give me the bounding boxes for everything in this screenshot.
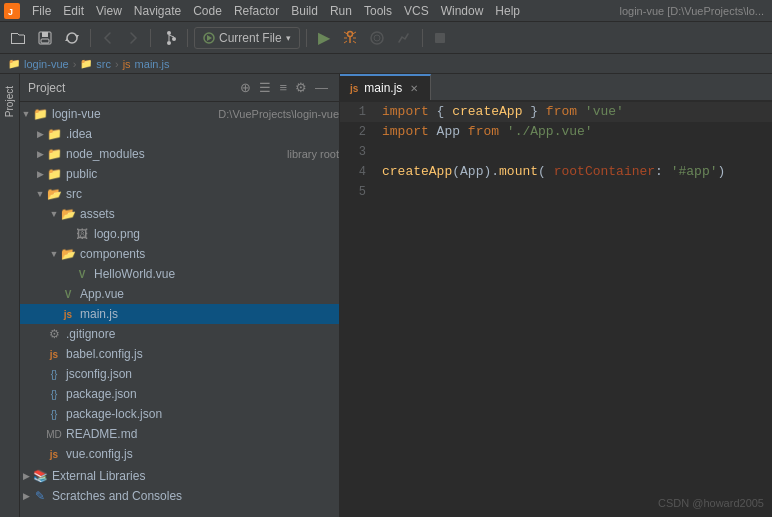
menu-refactor[interactable]: Refactor — [228, 2, 285, 20]
tree-node-modules[interactable]: ▶ 📁 node_modules library root — [20, 144, 339, 164]
components-label: components — [80, 247, 339, 261]
tree-helloworld-vue[interactable]: V HelloWorld.vue — [20, 264, 339, 284]
tree-idea[interactable]: ▶ 📁 .idea — [20, 124, 339, 144]
stop-button[interactable] — [429, 27, 451, 49]
project-strip-label[interactable]: Project — [2, 82, 17, 121]
idea-folder-icon: 📁 — [46, 127, 62, 141]
panel-actions: ⊕ ☰ ≡ ⚙ — — [237, 79, 331, 96]
coverage-button[interactable] — [392, 27, 416, 49]
svg-point-10 — [167, 41, 171, 45]
tree-external-libraries[interactable]: ▶ 📚 External Libraries — [20, 466, 339, 486]
line-num-5: 5 — [340, 182, 378, 202]
tree-scratches[interactable]: ▶ ✎ Scratches and Consoles — [20, 486, 339, 506]
project-icon: 📁 — [8, 58, 20, 69]
menu-bar: J File Edit View Navigate Code Refactor … — [0, 0, 772, 22]
assets-label: assets — [80, 207, 339, 221]
tree-gitignore[interactable]: ⚙ .gitignore — [20, 324, 339, 344]
scratches-label: Scratches and Consoles — [52, 489, 339, 503]
node-modules-label: node_modules — [66, 147, 283, 161]
src-arrow-icon: ▼ — [34, 189, 46, 199]
menu-navigate[interactable]: Navigate — [128, 2, 187, 20]
main-js-label: main.js — [80, 307, 339, 321]
menu-build[interactable]: Build — [285, 2, 324, 20]
tree-root[interactable]: ▼ 📁 login-vue D:\VueProjects\login-vue — [20, 104, 339, 124]
menu-tools[interactable]: Tools — [358, 2, 398, 20]
tree-main-js[interactable]: js main.js — [20, 304, 339, 324]
public-folder-icon: 📁 — [46, 167, 62, 181]
open-file-button[interactable] — [6, 27, 30, 49]
public-label: public — [66, 167, 339, 181]
toolbar: Current File ▾ ▶ — [0, 22, 772, 54]
profile-button[interactable] — [365, 27, 389, 49]
tab-close-button[interactable]: ✕ — [408, 83, 420, 94]
forward-button[interactable] — [122, 27, 144, 49]
tree-readme[interactable]: MD README.md — [20, 424, 339, 444]
menu-window[interactable]: Window — [435, 2, 490, 20]
tree-package-json[interactable]: {} package.json — [20, 384, 339, 404]
node-modules-extra: library root — [287, 148, 339, 160]
tree-src[interactable]: ▼ 📂 src — [20, 184, 339, 204]
toolbar-separator-1 — [90, 29, 91, 47]
menu-code[interactable]: Code — [187, 2, 228, 20]
tree-assets[interactable]: ▼ 📂 assets — [20, 204, 339, 224]
breadcrumb-sep-2: › — [115, 58, 119, 70]
tab-main-js[interactable]: js main.js ✕ — [340, 74, 431, 100]
menu-edit[interactable]: Edit — [57, 2, 90, 20]
svg-rect-8 — [41, 39, 49, 43]
babel-icon: js — [46, 349, 62, 360]
tree-public[interactable]: ▶ 📁 public — [20, 164, 339, 184]
toolbar-separator-5 — [422, 29, 423, 47]
gitignore-icon: ⚙ — [46, 327, 62, 341]
line-num-2: 2 — [340, 122, 378, 142]
logo-png-icon: 🖼 — [74, 227, 90, 241]
menu-view[interactable]: View — [90, 2, 128, 20]
menu-file[interactable]: File — [26, 2, 57, 20]
svg-point-11 — [172, 37, 176, 41]
breadcrumb-file[interactable]: main.js — [135, 58, 170, 70]
sidebar-strip: Project — [0, 74, 20, 517]
menu-vcs[interactable]: VCS — [398, 2, 435, 20]
idea-label: .idea — [66, 127, 339, 141]
root-path: D:\VueProjects\login-vue — [218, 108, 339, 120]
breadcrumb-project[interactable]: login-vue — [24, 58, 69, 70]
code-line-5: 5 — [340, 182, 772, 202]
svg-rect-3 — [11, 33, 12, 43]
expand-all-button[interactable]: ≡ — [276, 79, 290, 96]
code-line-1: 1 import { createApp } from 'vue' — [340, 102, 772, 122]
debug-button[interactable] — [338, 27, 362, 49]
code-editor[interactable]: 1 import { createApp } from 'vue' 2 impo… — [340, 102, 772, 517]
tree-package-lock[interactable]: {} package-lock.json — [20, 404, 339, 424]
code-line-3: 3 — [340, 142, 772, 162]
svg-point-15 — [347, 31, 352, 36]
run-button[interactable]: ▶ — [313, 27, 335, 49]
panel-title: Project — [28, 81, 233, 95]
src-label: src — [66, 187, 339, 201]
svg-line-13 — [169, 35, 174, 37]
root-arrow-icon: ▼ — [20, 109, 32, 119]
new-file-button[interactable]: ⊕ — [237, 79, 254, 96]
vcs-button[interactable] — [157, 27, 181, 49]
back-button[interactable] — [97, 27, 119, 49]
run-config-dropdown[interactable]: Current File ▾ — [194, 27, 300, 49]
tree-babel-config[interactable]: js babel.config.js — [20, 344, 339, 364]
dropdown-arrow-icon: ▾ — [286, 33, 291, 43]
tree-vue-config[interactable]: js vue.config.js — [20, 444, 339, 464]
close-panel-button[interactable]: — — [312, 79, 331, 96]
tree-logo-png[interactable]: 🖼 logo.png — [20, 224, 339, 244]
sync-button[interactable] — [60, 27, 84, 49]
save-all-button[interactable] — [33, 27, 57, 49]
vue-config-label: vue.config.js — [66, 447, 339, 461]
tree-jsconfig[interactable]: {} jsconfig.json — [20, 364, 339, 384]
menu-run[interactable]: Run — [324, 2, 358, 20]
main-js-icon: js — [60, 309, 76, 320]
collapse-all-button[interactable]: ☰ — [256, 79, 274, 96]
toolbar-separator-3 — [187, 29, 188, 47]
menu-help[interactable]: Help — [489, 2, 526, 20]
tree-app-vue[interactable]: V App.vue — [20, 284, 339, 304]
tree-components[interactable]: ▼ 📂 components — [20, 244, 339, 264]
breadcrumb-src[interactable]: src — [96, 58, 111, 70]
app-logo: J — [4, 3, 20, 19]
panel-header: Project ⊕ ☰ ≡ ⚙ — — [20, 74, 339, 102]
line-num-1: 1 — [340, 102, 378, 122]
settings-button[interactable]: ⚙ — [292, 79, 310, 96]
